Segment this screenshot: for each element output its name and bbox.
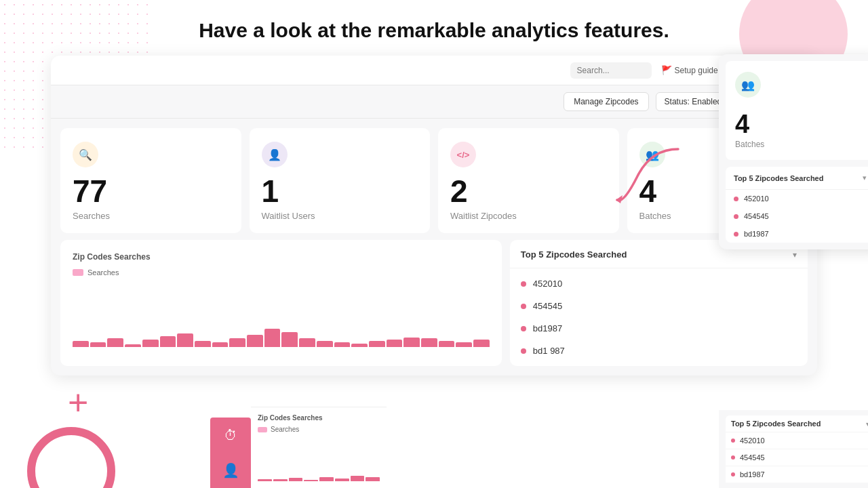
legend-label: Searches xyxy=(87,268,119,277)
rp-zipcode-text: 454545 xyxy=(744,212,769,220)
bc-bars xyxy=(258,439,380,481)
bc-legend-dot xyxy=(258,427,267,432)
waitlist-zipcodes-icon-wrapper: </> xyxy=(450,142,476,167)
rp-batches-icon: 👥 xyxy=(735,72,761,98)
chart-bar xyxy=(421,338,437,347)
chart-bar xyxy=(281,332,298,348)
zipcode-item[interactable]: 454545 xyxy=(510,295,808,317)
rp-chevron-icon: ▾ xyxy=(863,174,867,182)
chart-bar xyxy=(107,338,123,348)
search-icon: 🔍 xyxy=(79,148,92,161)
zipcode-text: bd1 987 xyxy=(533,346,565,356)
bottom-row: Zip Codes Searches Searches Top 5 Zipcod… xyxy=(51,240,817,375)
chart-area xyxy=(73,286,490,347)
bc-bar xyxy=(273,479,288,481)
manage-zipcodes-button[interactable]: Manage Zipcodes xyxy=(564,92,648,111)
rp-zipcode-list: 452010 454545 bd1987 xyxy=(726,190,868,243)
chart-bar xyxy=(473,340,490,347)
chart-bar xyxy=(351,344,368,347)
chart-bar xyxy=(369,341,385,347)
dashboard-topbar: 🚩 Setup guide 🔔 RG Rohit G xyxy=(51,56,817,85)
rp-batches-icon-symbol: 👥 xyxy=(741,79,755,92)
stat-card-waitlist-zipcodes: </> 2 Waitlist Zipcodes xyxy=(438,128,619,233)
brp-zipcode-text: 454545 xyxy=(740,453,765,462)
brp-dot xyxy=(731,439,735,443)
zipcode-item[interactable]: 452010 xyxy=(510,272,808,295)
chart-bar xyxy=(299,338,315,348)
status-label: Status: Enabled xyxy=(665,97,722,106)
waitlist-users-label: Waitlist Users xyxy=(262,211,315,221)
brp-zipcode-item[interactable]: 452010 xyxy=(726,432,868,449)
waitlist-zipcodes-label: Waitlist Zipcodes xyxy=(450,211,517,221)
rp-batches-label: Batches xyxy=(735,140,764,149)
zipcodes-title: Top 5 Zipcodes Searched xyxy=(521,249,627,260)
arrow-annotation xyxy=(610,142,692,213)
brp-title: Top 5 Zipcodes Searched xyxy=(731,420,821,428)
zipcode-dot xyxy=(521,326,526,331)
sidebar-user-icon-btn[interactable]: 👤 xyxy=(210,453,251,488)
chart-bar xyxy=(317,341,333,347)
searches-label: Searches xyxy=(73,211,110,221)
rp-zipcode-item[interactable]: 452010 xyxy=(726,190,868,207)
bc-bar xyxy=(366,477,380,481)
chart-bar xyxy=(125,344,141,348)
bc-bar xyxy=(335,479,349,481)
chart-bar xyxy=(334,342,351,347)
zipcode-dot xyxy=(521,348,526,354)
page-headline: Have a look at the remarkable analytics … xyxy=(0,0,868,56)
bc-bar xyxy=(289,478,303,481)
user-icon: 👤 xyxy=(268,148,281,161)
bc-legend-label: Searches xyxy=(271,426,299,433)
topbar-search-input[interactable] xyxy=(570,62,652,79)
zipcode-dot xyxy=(521,281,526,287)
zipcode-list: 452010 454545 bd1987 bd1 987 xyxy=(510,268,808,366)
bc-legend: Searches xyxy=(258,426,380,433)
chart-bar xyxy=(247,335,263,347)
bc-chart-title: Zip Codes Searches xyxy=(258,414,380,422)
chart-bar xyxy=(195,341,211,347)
brp-zipcode-item[interactable]: 454545 xyxy=(726,449,868,466)
stat-card-waitlist-users: 👤 1 Waitlist Users xyxy=(250,128,431,233)
brp-zipcode-text: bd1987 xyxy=(740,470,765,479)
rp-zipcode-text: 452010 xyxy=(744,195,769,203)
rp-zipcode-text: bd1987 xyxy=(744,230,769,238)
zipcode-item[interactable]: bd1 987 xyxy=(510,340,808,362)
chart-bar xyxy=(212,342,229,347)
chart-bar xyxy=(403,338,420,347)
zipcode-item[interactable]: bd1987 xyxy=(510,317,808,340)
brp-list: 452010 454545 bd1987 xyxy=(726,432,868,483)
right-panel: 👥 4 Batches Top 5 Zipcodes Searched ▾ 45… xyxy=(719,54,868,249)
brp-zipcode-item[interactable]: bd1987 xyxy=(726,466,868,483)
rp-zipcode-dot xyxy=(734,214,738,219)
rp-zipcodes: Top 5 Zipcodes Searched ▾ 452010 454545 … xyxy=(726,167,868,243)
dashboard-controls: Manage Zipcodes Status: Enabled ▾ See Pl… xyxy=(51,85,817,119)
zipcode-text: 452010 xyxy=(533,279,562,289)
zipcodes-card: Top 5 Zipcodes Searched ▾ 452010 454545 … xyxy=(510,240,808,366)
setup-guide[interactable]: 🚩 Setup guide xyxy=(661,65,718,75)
chart-bar xyxy=(73,341,89,347)
waitlist-zipcodes-value: 2 xyxy=(450,176,468,207)
brp-header: Top 5 Zipcodes Searched ▾ xyxy=(726,415,868,432)
brp-dot xyxy=(731,472,735,476)
legend-color xyxy=(73,269,83,276)
bottom-chart-area: Zip Codes Searches Searches xyxy=(251,407,387,488)
bc-bar xyxy=(319,477,334,481)
chart-bar xyxy=(142,340,159,347)
searches-icon-wrapper: 🔍 xyxy=(73,142,98,167)
zipcode-text: 454545 xyxy=(533,301,562,311)
brp-dot xyxy=(731,455,735,460)
bc-bar xyxy=(258,479,272,481)
chart-title: Zip Codes Searches xyxy=(73,252,490,262)
chevron-icon: ▾ xyxy=(793,250,797,260)
bottom-right-panel: Top 5 Zipcodes Searched ▾ 452010 454545 … xyxy=(719,410,868,488)
bottom-sidebar: ⏱ 👤 xyxy=(210,418,251,488)
chart-bar xyxy=(456,342,472,347)
chart-bar xyxy=(264,329,281,347)
rp-batches-value: 4 xyxy=(735,111,749,137)
rp-zipcode-item[interactable]: bd1987 xyxy=(726,225,868,243)
rp-zipcode-item[interactable]: 454545 xyxy=(726,207,868,225)
chart-card: Zip Codes Searches Searches xyxy=(60,240,502,366)
waitlist-users-value: 1 xyxy=(262,176,279,207)
sidebar-timer-icon-btn[interactable]: ⏱ xyxy=(210,418,251,453)
chart-bar xyxy=(439,341,455,347)
